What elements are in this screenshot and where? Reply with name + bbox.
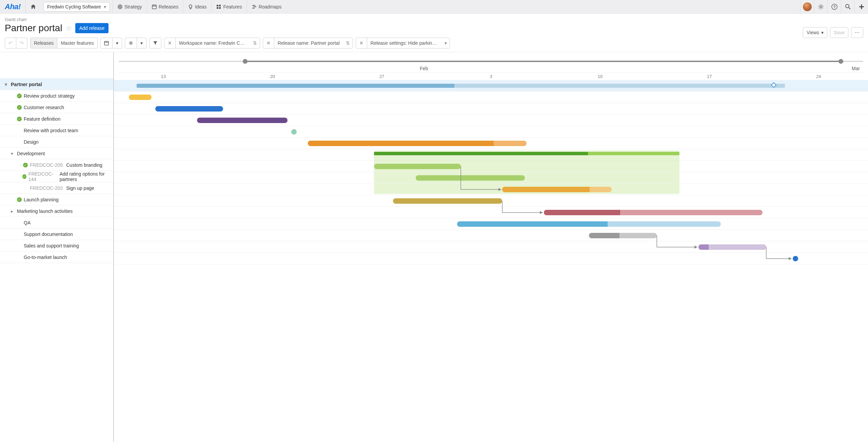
undo-button[interactable]: ↶ (5, 38, 16, 48)
date-range-button[interactable] (100, 38, 113, 48)
sidebar-row-development[interactable]: ▾Development (0, 148, 113, 159)
filter-remove-icon[interactable]: ✕ (263, 38, 274, 48)
gantt-row-marketing[interactable] (114, 207, 868, 218)
gantt-row-design[interactable] (114, 138, 868, 149)
redo-button[interactable]: ↷ (16, 38, 27, 48)
check-icon: ✓ (17, 117, 22, 121)
sidebar-row-qa[interactable]: QA (0, 217, 113, 228)
sidebar-row-training[interactable]: Sales and support training (0, 240, 113, 252)
task-bar[interactable] (416, 175, 525, 181)
filter-button[interactable] (149, 38, 161, 48)
row-label: Launch planning (24, 197, 59, 202)
lightbulb-icon (188, 4, 193, 9)
sidebar-row-customer-research[interactable]: ✓Customer research (0, 102, 113, 113)
sidebar-row-review-strategy[interactable]: ✓Review product strategy (0, 90, 113, 102)
task-bar[interactable] (155, 106, 223, 112)
date-tick: 27 (379, 74, 384, 79)
sidebar-row-rating-options[interactable]: ✓FREDCOC-144Add rating options for partn… (0, 171, 113, 182)
home-button[interactable] (25, 0, 41, 14)
gantt-row-signup-page[interactable] (114, 184, 868, 195)
gantt-row-partner-portal[interactable] (114, 80, 868, 92)
help-button[interactable]: ? (827, 0, 841, 14)
logo[interactable]: Aha! (0, 2, 25, 11)
nav-roadmaps[interactable]: Roadmaps (247, 0, 287, 14)
task-bar[interactable] (589, 233, 657, 238)
group-bar[interactable] (374, 152, 679, 155)
sidebar-row-review-team[interactable]: Review with product team (0, 125, 113, 136)
milestone-dot[interactable] (291, 129, 297, 135)
timeline-scrubber[interactable] (119, 60, 863, 63)
chevron-down-icon[interactable]: ▾ (5, 82, 9, 87)
gantt-chart[interactable]: FebMar 1320273101724 (114, 52, 868, 442)
add-button[interactable] (854, 0, 868, 14)
filter-release[interactable]: ✕ Release name: Partner portal ⇅ (263, 38, 353, 48)
chevron-down-icon[interactable]: ▾ (442, 40, 450, 46)
gantt-row-review-team[interactable] (114, 126, 868, 138)
user-avatar[interactable] (800, 0, 814, 14)
task-bar[interactable] (502, 187, 611, 192)
gantt-row-custom-branding[interactable] (114, 161, 868, 172)
milestone-dot[interactable] (793, 256, 798, 261)
gantt-row-rating-options[interactable] (114, 172, 868, 184)
settings-dropdown[interactable]: ▾ (137, 38, 146, 48)
settings-button[interactable] (814, 0, 827, 14)
filter-label: Workspace name: Fredwin Cycling Soft... (176, 40, 250, 46)
more-button[interactable]: ⋯ (851, 27, 863, 38)
task-bar[interactable] (393, 198, 502, 204)
gantt-row-qa[interactable] (114, 218, 868, 230)
sidebar-row-marketing[interactable]: ▸Marketing launch activities (0, 205, 113, 217)
gantt-row-gtm[interactable] (114, 253, 868, 264)
sidebar-row-launch-planning[interactable]: ✓Launch planning (0, 194, 113, 205)
nav-strategy[interactable]: Strategy (113, 0, 147, 14)
task-ref: FREDCOC-202 (30, 185, 63, 191)
add-release-button[interactable]: Add release (75, 23, 109, 33)
sidebar-row-design[interactable]: Design (0, 136, 113, 148)
date-range-dropdown[interactable]: ▾ (113, 38, 122, 48)
favorite-star-icon[interactable]: ☆ (66, 24, 72, 32)
gantt-row-development[interactable] (114, 149, 868, 161)
task-bar[interactable] (457, 221, 721, 227)
task-bar[interactable] (308, 141, 527, 146)
sidebar-row-feature-def[interactable]: ✓Feature definition (0, 113, 113, 125)
nav-ideas[interactable]: Ideas (183, 0, 211, 14)
date-tick: 3 (490, 74, 492, 79)
task-bar[interactable] (129, 95, 152, 100)
search-button[interactable] (841, 0, 854, 14)
tab-master-features[interactable]: Master features (57, 38, 97, 48)
tab-releases[interactable]: Releases (30, 38, 57, 48)
sidebar-row-signup-page[interactable]: FREDCOC-202Sign up page (0, 182, 113, 194)
filter-remove-icon[interactable]: ✕ (164, 38, 176, 48)
sidebar-row-support-doc[interactable]: Support documentation (0, 228, 113, 240)
nav-features[interactable]: Features (211, 0, 246, 14)
settings-toolbar-button[interactable] (125, 38, 137, 48)
svg-rect-11 (219, 7, 221, 9)
gantt-row-launch-planning[interactable] (114, 195, 868, 207)
nav-releases[interactable]: Releases (147, 0, 183, 14)
gantt-row-feature-def[interactable] (114, 115, 868, 126)
updown-icon[interactable]: ⇅ (343, 40, 353, 46)
sidebar-row-partner-portal[interactable]: ▾Partner portal (0, 79, 113, 90)
task-bar[interactable] (374, 164, 461, 169)
chevron-down-icon[interactable]: ▾ (11, 151, 15, 156)
row-label: Sales and support training (24, 243, 79, 248)
gantt-row-review-strategy[interactable] (114, 92, 868, 103)
gantt-row-support-doc[interactable] (114, 230, 868, 241)
scrubber-handle-right[interactable] (839, 59, 843, 64)
chevron-right-icon[interactable]: ▸ (11, 208, 15, 214)
save-button[interactable]: Save (830, 27, 848, 38)
filter-workspace[interactable]: ✕ Workspace name: Fredwin Cycling Soft..… (164, 38, 260, 48)
views-button[interactable]: Views ▾ (803, 27, 827, 38)
task-bar[interactable] (197, 118, 288, 123)
gantt-row-training[interactable] (114, 241, 868, 253)
updown-icon[interactable]: ⇅ (250, 40, 260, 46)
filter-release-settings[interactable]: ✕ Release settings: Hide parking lots, H… (356, 38, 450, 48)
sidebar-row-custom-branding[interactable]: ✓FREDCOC-205Custom branding (0, 159, 113, 171)
scrubber-handle-left[interactable] (243, 59, 248, 64)
workspace-selector[interactable]: Fredwin Cycling Software ▾ (43, 2, 110, 12)
gantt-row-customer-research[interactable] (114, 103, 868, 115)
filter-remove-icon[interactable]: ✕ (356, 38, 367, 48)
task-bar[interactable] (544, 210, 763, 215)
summary-bar[interactable] (137, 84, 785, 88)
task-bar[interactable] (698, 244, 766, 250)
sidebar-row-gtm[interactable]: Go-to-market launch (0, 252, 113, 263)
